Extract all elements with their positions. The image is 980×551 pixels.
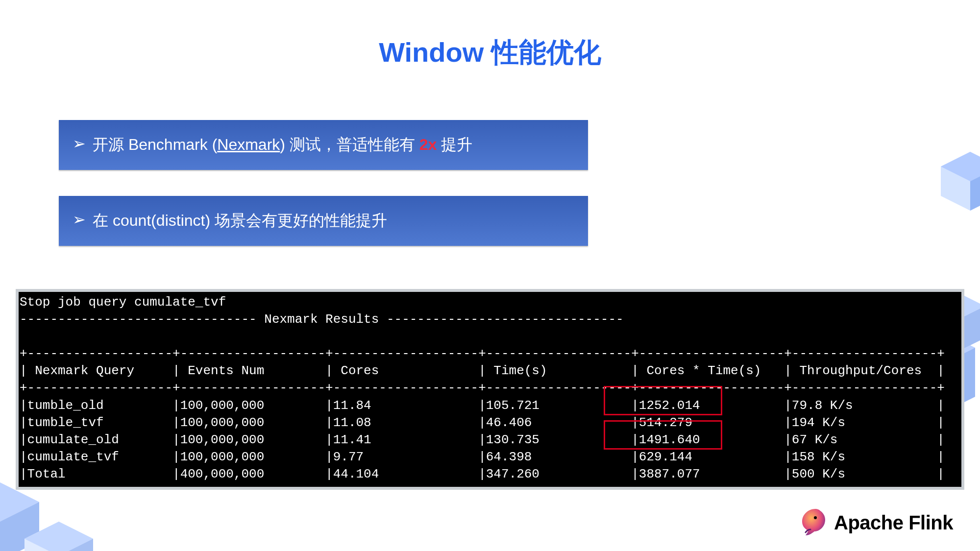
bullet-benchmark: ➢开源 Benchmark (Nexmark) 测试，普适性能有 2x 提升 [59, 120, 588, 170]
svg-point-15 [814, 516, 817, 519]
bullet-text: 提升 [437, 136, 472, 153]
link-nexmark[interactable]: Nexmark [217, 136, 280, 153]
bullet-arrow-icon: ➢ [73, 134, 86, 154]
svg-marker-9 [0, 482, 39, 551]
footer-brand: Apache Flink [796, 507, 953, 538]
brand-text: Apache Flink [834, 512, 953, 534]
svg-marker-0 [941, 152, 980, 211]
svg-marker-2 [970, 167, 980, 211]
bullet-count-distinct: ➢在 count(distinct) 场景会有更好的性能提升 [59, 196, 588, 246]
bullet-arrow-icon: ➢ [73, 210, 86, 230]
flink-logo-icon [796, 507, 827, 538]
terminal-text: Stop job query cumulate_tvf ------------… [19, 292, 961, 490]
bullet-text: 在 count(distinct) 场景会有更好的性能提升 [93, 212, 387, 229]
bullet-text: ) 测试，普适性能有 [280, 136, 419, 153]
svg-marker-12 [24, 522, 93, 551]
terminal-output: Stop job query cumulate_tvf ------------… [16, 289, 964, 490]
svg-marker-13 [24, 522, 93, 551]
svg-marker-11 [0, 502, 39, 551]
svg-marker-14 [59, 539, 93, 551]
slide-title: Window 性能优化 [0, 34, 980, 72]
highlight-2x: 2x [419, 136, 437, 153]
bullet-text: 开源 Benchmark ( [93, 136, 217, 153]
svg-marker-1 [941, 152, 980, 181]
